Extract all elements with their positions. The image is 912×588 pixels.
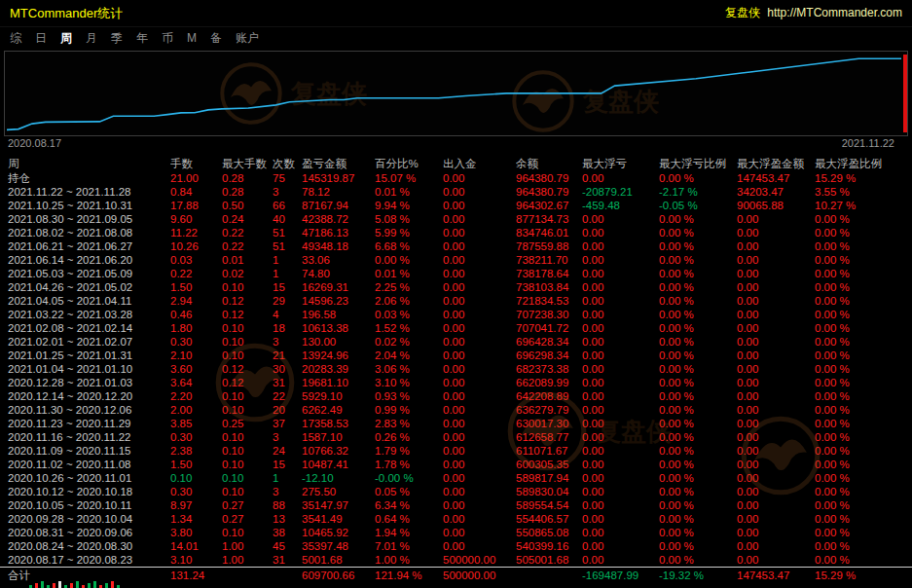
cell-period: 2021.03.22 ~ 2021.03.28 [8,308,170,321]
table-row[interactable]: 2021.06.14 ~ 2021.06.200.030.01133.060.0… [0,253,912,267]
title-bar: MTCommander统计 复盘侠 http://MTCommander.com [0,0,912,27]
equity-curve-chart[interactable]: 复盘侠 复盘侠 [4,51,908,136]
cell-pnl: 35147.97 [302,498,375,512]
table-row[interactable]: 2020.11.09 ~ 2020.11.152.380.102410766.3… [0,444,912,458]
table-row[interactable]: 2020.11.30 ~ 2020.12.062.000.10206262.49… [0,403,912,417]
table-row[interactable]: 2020.10.12 ~ 2020.10.180.300.103275.500.… [0,485,912,498]
cell-mfl: 0.00 [582,376,659,389]
column-header-mflp[interactable]: 最大浮亏比例 [659,157,737,171]
cell-pnl: 74.80 [302,267,375,280]
cell-mflp: 0.00 % [659,226,737,239]
cell-mfl: 0.00 [582,458,659,471]
column-header-pct[interactable]: 百分比% [375,157,443,171]
cell-in_out-total: 500000.00 [443,568,516,582]
table-row[interactable]: 2020.12.28 ~ 2021.01.033.640.123119681.1… [0,376,912,389]
equity-line-svg [5,52,905,135]
table-row[interactable]: 2021.10.25 ~ 2021.10.3117.880.506687167.… [0,199,912,212]
cell-lots: 14.01 [170,539,222,553]
cell-mfpp: 15.29 % [815,171,897,185]
cell-period: 2021.02.01 ~ 2021.02.07 [8,335,170,349]
cell-lots: 1.50 [170,458,222,471]
cell-mfl: 0.00 [582,321,659,335]
cell-mfl: 0.00 [582,253,659,267]
table-row[interactable]: 2020.08.31 ~ 2020.09.063.800.103810465.9… [0,526,912,539]
table-row[interactable]: 2021.02.08 ~ 2021.02.141.800.101810613.3… [0,321,912,335]
menu-tab-综[interactable]: 综 [10,30,21,47]
cell-max_lots: 0.10 [222,389,273,403]
table-row[interactable]: 2020.11.02 ~ 2020.11.081.500.101510487.4… [0,458,912,471]
table-row[interactable]: 2021.08.02 ~ 2021.08.0811.220.225147186.… [0,226,912,239]
column-header-period[interactable]: 周 [8,157,170,171]
cell-mflp: 0.00 % [659,498,737,512]
table-row[interactable]: 2021.03.22 ~ 2021.03.280.460.124196.580.… [0,308,912,321]
cell-balance: 636279.79 [516,403,582,417]
cell-in_out: 0.00 [443,171,516,185]
table-total-row[interactable]: 合计131.24609700.66121.94 %500000.00-16948… [0,567,912,582]
menu-tab-备[interactable]: 备 [210,30,222,47]
cell-pct: 6.34 % [375,498,443,512]
table-row[interactable]: 2020.11.16 ~ 2020.11.220.300.1031587.100… [0,430,912,444]
cell-lots: 0.30 [170,485,222,498]
column-header-balance[interactable]: 余额 [516,157,582,171]
cell-pnl: 10465.92 [302,526,375,539]
menu-tab-M[interactable]: M [187,31,197,45]
cell-pnl: 5001.68 [302,553,375,567]
cell-pnl: 87167.94 [302,199,375,212]
table-row[interactable]: 2021.05.03 ~ 2021.05.090.220.02174.800.0… [0,267,912,280]
cell-max_lots: 0.25 [222,417,273,430]
menu-tab-月[interactable]: 月 [86,30,97,47]
cell-balance: 589817.94 [516,471,582,485]
column-header-count[interactable]: 次数 [273,157,302,171]
column-header-mfp[interactable]: 最大浮盈金额 [737,157,815,171]
cell-max_lots: 0.12 [222,294,273,308]
cell-mfpp: 0.00 % [815,212,897,226]
table-row[interactable]: 2021.04.26 ~ 2021.05.021.500.101516269.3… [0,280,912,294]
menu-tab-账户[interactable]: 账户 [236,30,259,47]
column-header-lots[interactable]: 手数 [170,157,222,171]
menu-tab-日[interactable]: 日 [35,30,47,47]
cell-pct: 3.06 % [375,362,443,376]
chart-cursor-bar[interactable] [903,55,907,132]
table-row[interactable]: 2020.12.14 ~ 2020.12.202.200.10225929.10… [0,389,912,403]
cell-mfp: 0.00 [737,267,815,280]
cell-mflp: 0.00 % [659,253,737,267]
cell-pnl: 33.06 [302,253,375,267]
menu-tab-年[interactable]: 年 [136,30,148,47]
column-header-pnl[interactable]: 盈亏金额 [302,157,375,171]
cell-count: 31 [273,553,302,567]
cell-period: 2021.02.08 ~ 2021.02.14 [8,321,170,335]
cell-balance: 707041.72 [516,321,582,335]
cell-mfpp: 0.00 % [815,253,897,267]
table-row[interactable]: 2020.10.26 ~ 2020.11.010.100.101-12.10-0… [0,471,912,485]
table-row[interactable]: 2020.11.23 ~ 2020.11.293.850.253717358.5… [0,417,912,430]
table-row[interactable]: 2020.10.05 ~ 2020.10.118.970.278835147.9… [0,498,912,512]
cell-pct: 0.00 % [375,253,443,267]
cell-in_out: 0.00 [443,349,516,362]
table-row[interactable]: 2021.04.05 ~ 2021.04.112.940.122914596.2… [0,294,912,308]
cell-period: 2021.06.21 ~ 2021.06.27 [8,239,170,253]
cell-in_out: 0.00 [443,512,516,526]
cell-pnl: 19681.10 [302,376,375,389]
column-header-mfl[interactable]: 最大浮亏 [582,157,659,171]
column-header-in_out[interactable]: 出入金 [443,157,516,171]
column-header-mfpp[interactable]: 最大浮盈比例 [815,157,897,171]
table-row[interactable]: 2020.08.24 ~ 2020.08.3014.011.004535397.… [0,539,912,553]
menu-tab-季[interactable]: 季 [111,30,123,47]
table-row[interactable]: 2020.09.28 ~ 2020.10.041.340.27133541.49… [0,512,912,526]
cell-balance: 662089.99 [516,376,582,389]
table-row[interactable]: 2021.11.22 ~ 2021.11.280.840.28378.120.0… [0,185,912,199]
table-row[interactable]: 持仓21.000.2875145319.8715.07 %0.00964380.… [0,171,912,185]
cell-max_lots: 0.12 [222,308,273,321]
table-row[interactable]: 2021.08.30 ~ 2021.09.059.600.244042388.7… [0,212,912,226]
column-header-max_lots[interactable]: 最大手数 [222,157,273,171]
brand-url-link[interactable]: http://MTCommander.com [767,6,902,19]
cell-in_out: 0.00 [443,539,516,553]
table-row[interactable]: 2021.01.25 ~ 2021.01.312.100.102113924.9… [0,349,912,362]
table-row[interactable]: 2021.01.04 ~ 2021.01.103.600.123020283.3… [0,362,912,376]
cell-period: 2020.10.12 ~ 2020.10.18 [8,485,170,498]
table-row[interactable]: 2021.02.01 ~ 2021.02.070.300.103130.000.… [0,335,912,349]
menu-tab-币[interactable]: 币 [162,30,173,47]
table-row[interactable]: 2021.06.21 ~ 2021.06.2710.260.225149348.… [0,239,912,253]
menu-tab-周[interactable]: 周 [60,30,72,47]
table-row[interactable]: 2020.08.17 ~ 2020.08.233.101.00315001.68… [0,553,912,567]
